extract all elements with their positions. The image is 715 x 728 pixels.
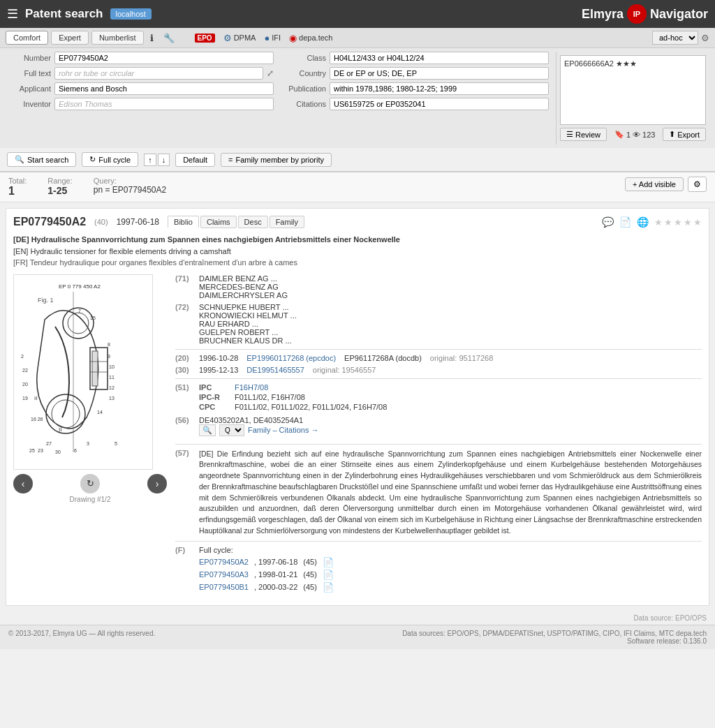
- svg-text:15: 15: [90, 315, 96, 320]
- db-dpma[interactable]: ⚙ DPMA: [223, 33, 256, 43]
- applicant-input[interactable]: [54, 82, 274, 95]
- notepad-content[interactable]: EP0666666A2 ★★★: [560, 55, 706, 125]
- db-depa[interactable]: ◉ depa.tech: [289, 33, 332, 43]
- fulltext-expand-icon[interactable]: ⤢: [267, 68, 274, 78]
- svg-text:30: 30: [55, 450, 61, 454]
- tab-biblio[interactable]: Biblio: [168, 216, 199, 228]
- export-label: Export: [677, 131, 700, 139]
- sort-desc-button[interactable]: ↓: [158, 154, 170, 166]
- abstract-text: [DE] Die Erfindung bezieht sich auf eine…: [199, 449, 702, 537]
- ipc-r-key: IPC-R: [199, 393, 230, 401]
- svg-text:13: 13: [109, 396, 115, 401]
- add-visible-button[interactable]: + Add visible: [625, 177, 684, 191]
- db-epo[interactable]: EPO: [195, 34, 215, 43]
- adhoc-select[interactable]: ad-hoc: [652, 31, 698, 45]
- sort-asc-button[interactable]: ↑: [144, 154, 156, 166]
- cycle-link-3[interactable]: EP0779450B1: [199, 583, 249, 591]
- cycle-date-3: , 2000-03-22: [254, 583, 297, 591]
- next-drawing-button[interactable]: ›: [147, 474, 167, 493]
- review-button[interactable]: ☰ Review: [560, 128, 607, 141]
- star-1[interactable]: ★: [654, 217, 663, 228]
- cycle-pdf-3[interactable]: 📄: [323, 582, 334, 593]
- tab-numberlist[interactable]: Numberlist: [91, 31, 144, 45]
- view-count: 123: [642, 131, 655, 139]
- applicant-values: DAIMLER BENZ AG ... MERCEDES-BENZ AG DAI…: [199, 274, 288, 299]
- star-5[interactable]: ★: [693, 217, 702, 228]
- patent-drawing-section: EP 0 779 450 A2 Fig. 1: [13, 274, 167, 598]
- tab-comfort[interactable]: Comfort: [6, 31, 48, 45]
- range-label: Range:: [47, 177, 72, 185]
- ipc-value[interactable]: F16H7/08: [235, 383, 268, 392]
- inventor-1: SCHNUEPKE HUBERT ...: [199, 303, 297, 311]
- comment-icon[interactable]: 💬: [602, 216, 614, 228]
- priority-20-num: (20): [175, 354, 195, 362]
- reload-drawing-button[interactable]: ↻: [80, 474, 100, 493]
- ifi-icon: ●: [264, 33, 270, 43]
- fulltext-input[interactable]: [54, 67, 263, 80]
- query-value: pn = EP0779450A2: [94, 185, 166, 195]
- total-label: Total:: [8, 177, 27, 185]
- full-cycle-label: Full cycle: [98, 156, 131, 164]
- priority-doc1-link[interactable]: EP19960117268 (epcdoc): [246, 354, 336, 362]
- wrench-icon[interactable]: 🔧: [160, 31, 178, 45]
- tab-family[interactable]: Family: [270, 216, 304, 228]
- citations-type-select[interactable]: Q: [219, 424, 244, 436]
- cycle-pdf-2[interactable]: 📄: [323, 570, 334, 580]
- results-settings-button[interactable]: ⚙: [688, 177, 707, 192]
- citations-input[interactable]: [330, 98, 549, 110]
- patent-icons: 💬 📄 🌐 ★ ★ ★ ★ ★: [602, 216, 702, 228]
- full-cycle-button[interactable]: ↻ Full cycle: [82, 152, 138, 167]
- country-input[interactable]: [330, 67, 549, 80]
- number-input[interactable]: [54, 52, 274, 64]
- export-button[interactable]: ⬆ Export: [663, 128, 706, 141]
- family-priority-button[interactable]: = Family member by priority: [221, 153, 332, 167]
- cycle-link-2[interactable]: EP0779450A3: [199, 570, 249, 579]
- db-ifi[interactable]: ● IFI: [264, 33, 281, 43]
- globe-icon[interactable]: 🌐: [637, 216, 649, 228]
- patent-date: 1997-06-18: [117, 217, 159, 227]
- notepad-counts: 🔖 1 👁 123: [614, 130, 655, 139]
- star-3[interactable]: ★: [674, 217, 682, 228]
- start-search-button[interactable]: 🔍 Start search: [7, 152, 76, 167]
- class-input[interactable]: [330, 52, 549, 64]
- priority-30-num: (30): [175, 366, 195, 374]
- tab-claims[interactable]: Claims: [200, 216, 237, 228]
- cycle-date-2: , 1998-01-21: [254, 570, 297, 579]
- applicant-row: (71) DAIMLER BENZ AG ... MERCEDES-BENZ A…: [175, 274, 702, 299]
- inventor-5: BRUCHNER KLAUS DR ...: [199, 336, 297, 345]
- pdf-icon[interactable]: 📄: [619, 216, 631, 228]
- logo-ip-circle: IP: [627, 4, 647, 24]
- citations-56-values: DE4035202A1, DE4035254A1 🔍 Q Family – Ci…: [199, 416, 318, 440]
- logo-elmyra-text: Elmyra: [582, 7, 624, 22]
- hamburger-icon[interactable]: ☰: [7, 6, 18, 22]
- tab-expert[interactable]: Expert: [51, 31, 89, 45]
- inventor-values: SCHNUEPKE HUBERT ... KRONOWIECKI HELMUT …: [199, 303, 297, 345]
- default-label: Default: [183, 156, 207, 164]
- citations-search-icon[interactable]: 🔍: [199, 424, 216, 436]
- star-2[interactable]: ★: [664, 217, 672, 228]
- priority-30-doc[interactable]: DE19951465557: [246, 366, 304, 374]
- bookmark-count: 1: [626, 131, 631, 139]
- prev-drawing-button[interactable]: ‹: [13, 474, 33, 493]
- publication-input[interactable]: [330, 82, 549, 95]
- cycle-link-1[interactable]: EP0779450A2: [199, 558, 249, 566]
- ipc-row: (51) IPC F16H7/08 IPC-R F01L1/02, F16H7/…: [175, 383, 702, 413]
- inventor-input[interactable]: [54, 98, 274, 110]
- svg-text:19: 19: [22, 396, 28, 401]
- version-text: Software release: 0.136.0: [402, 637, 707, 645]
- priority-30-date: 1995-12-13: [199, 366, 238, 374]
- star-4[interactable]: ★: [684, 217, 692, 228]
- default-button[interactable]: Default: [175, 153, 215, 167]
- svg-text:EP 0 779 450 A2: EP 0 779 450 A2: [59, 283, 101, 290]
- title-fr: [FR] Tendeur hydraulique pour organes fl…: [13, 257, 702, 269]
- tab-desc[interactable]: Desc: [238, 216, 268, 228]
- adhoc-settings-icon[interactable]: ⚙: [701, 33, 709, 43]
- family-citations-link[interactable]: Family – Citations →: [248, 426, 318, 434]
- svg-text:Fig. 1: Fig. 1: [38, 297, 54, 304]
- star-rating: ★ ★ ★ ★ ★: [654, 217, 702, 228]
- cycle-pdf-1[interactable]: 📄: [323, 557, 334, 567]
- info-icon[interactable]: ℹ: [147, 31, 157, 45]
- cpc-row: CPC F01L1/02, F01L1/022, F01L1/024, F16H…: [199, 403, 387, 411]
- datasources-text: Data sources: EPO/OPS, DPMA/DEPATISnet, …: [402, 630, 707, 637]
- cycle-num-2: (45): [303, 570, 317, 579]
